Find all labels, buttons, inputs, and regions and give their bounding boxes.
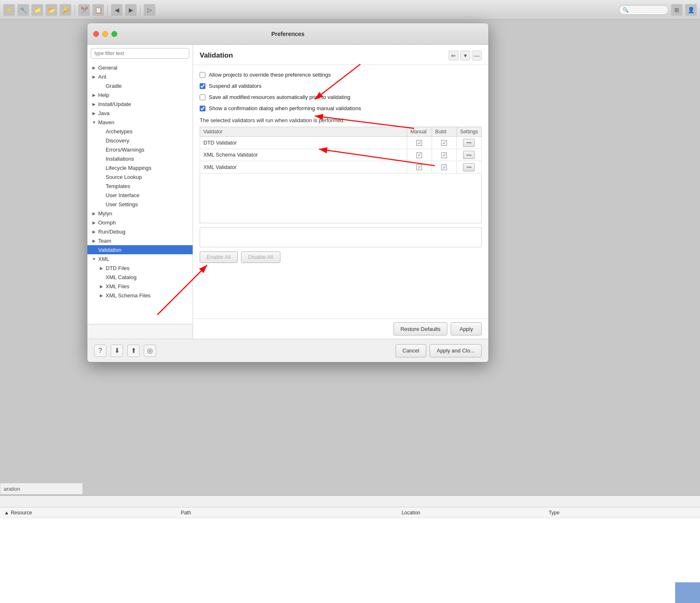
arrow-icon: ▶	[92, 220, 97, 225]
col-resource: ▲ Resource	[4, 510, 181, 516]
xml-manual-cell[interactable]: ✓	[407, 161, 432, 174]
cancel-button[interactable]: Cancel	[396, 344, 426, 357]
arrow-icon	[99, 138, 104, 143]
nav-back-button[interactable]: ⇐	[449, 51, 459, 60]
arrow-icon: ▼	[92, 120, 97, 125]
sidebar-item-archetypes[interactable]: Archetypes	[87, 127, 193, 136]
sidebar-item-errors-warnings[interactable]: Errors/Warnings	[87, 145, 193, 154]
preferences-sidebar: ▶ General ▶ Ant Gradle ▶ Help	[87, 45, 193, 339]
xml-schema-build-checkbox[interactable]: ✓	[441, 152, 447, 158]
disable-all-button[interactable]: Disable All	[241, 251, 280, 263]
allow-override-checkbox[interactable]	[200, 72, 205, 78]
arrow-icon	[99, 202, 104, 207]
dtd-build-cell[interactable]: ✓	[432, 137, 456, 149]
sidebar-item-mylyn[interactable]: ▶ Mylyn	[87, 209, 193, 218]
sidebar-item-ant[interactable]: ▶ Ant	[87, 72, 193, 81]
toolbar-icon-forward[interactable]: ▶	[125, 4, 137, 16]
minimize-button[interactable]	[102, 31, 108, 37]
traffic-lights	[93, 31, 117, 37]
maximize-button[interactable]	[111, 31, 117, 37]
sidebar-item-maven[interactable]: ▼ Maven	[87, 118, 193, 127]
apply-button[interactable]: Apply	[451, 322, 482, 335]
nav-close-button[interactable]: —	[472, 51, 482, 60]
problems-panel: ▲ Resource Path Location Type	[0, 495, 700, 603]
nav-menu-button[interactable]: ▾	[460, 51, 470, 60]
checkbox-save-modified-row: Save all modified resources automaticall…	[200, 94, 482, 100]
dtd-build-checkbox[interactable]: ✓	[441, 140, 447, 146]
sidebar-item-user-interface[interactable]: User Interface	[87, 191, 193, 200]
toolbar-icon-back[interactable]: ◀	[111, 4, 123, 16]
table-row: XML Schema Validator ✓ ✓	[200, 149, 482, 161]
sidebar-item-source-lookup[interactable]: Source Lookup	[87, 172, 193, 181]
toolbar-icon-5[interactable]: 🔑	[60, 4, 71, 16]
validator-name-xml-schema: XML Schema Validator	[200, 149, 407, 161]
sidebar-item-gradle[interactable]: Gradle	[87, 81, 193, 90]
toolbar-icon-4[interactable]: 📂	[46, 4, 57, 16]
sidebar-item-oomph[interactable]: ▶ Oomph	[87, 218, 193, 227]
sidebar-item-help[interactable]: ▶ Help	[87, 90, 193, 99]
export-button[interactable]: ⬆	[127, 345, 140, 357]
toolbar-icon-6[interactable]: ✂️	[78, 4, 90, 16]
arrow-icon: ▶	[92, 111, 97, 116]
filter-input[interactable]	[91, 48, 189, 59]
settings-button[interactable]: ◎	[144, 345, 156, 357]
toolbar-icon-2[interactable]: 🔧	[17, 4, 29, 16]
toolbar-sep-3	[140, 5, 140, 15]
restore-defaults-button[interactable]: Restore Defaults	[393, 322, 448, 335]
xml-build-checkbox[interactable]: ✓	[441, 164, 447, 170]
toolbar-icon-run[interactable]: ▷	[144, 4, 155, 16]
xml-manual-checkbox[interactable]: ✓	[416, 164, 422, 170]
checkbox-suspend-validators-row: Suspend all validators	[200, 83, 482, 89]
dtd-manual-cell[interactable]: ✓	[407, 137, 432, 149]
close-button[interactable]	[93, 31, 99, 37]
table-empty-area	[200, 174, 482, 223]
xml-schema-manual-checkbox[interactable]: ✓	[416, 152, 422, 158]
toolbar-icon-7[interactable]: 📋	[92, 4, 104, 16]
xml-schema-build-cell[interactable]: ✓	[432, 149, 456, 161]
sidebar-item-xml[interactable]: ▼ XML	[87, 254, 193, 263]
sidebar-item-xml-schema-files[interactable]: ▶ XML Schema Files	[87, 291, 193, 300]
sidebar-item-dtd-files[interactable]: ▶ DTD Files	[87, 263, 193, 273]
toolbar-icon-user[interactable]: 👤	[685, 4, 697, 16]
enable-all-button[interactable]: Enable All	[200, 251, 238, 263]
sidebar-item-java[interactable]: ▶ Java	[87, 109, 193, 118]
toolbar-icon-grid[interactable]: ⊞	[671, 4, 683, 16]
sidebar-item-lifecycle-mappings[interactable]: Lifecycle Mappings	[87, 163, 193, 172]
preferences-dialog: Preferences ▶ General ▶ Ant Grad	[87, 23, 489, 362]
sidebar-item-discovery[interactable]: Discovery	[87, 136, 193, 145]
arrow-icon: ▶	[92, 211, 97, 216]
sidebar-item-install-update[interactable]: ▶ Install/Update	[87, 99, 193, 109]
xml-build-cell[interactable]: ✓	[432, 161, 456, 174]
dtd-settings-button[interactable]	[463, 139, 475, 147]
sidebar-item-xml-catalog[interactable]: XML Catalog	[87, 273, 193, 282]
sidebar-item-general[interactable]: ▶ General	[87, 63, 193, 72]
suspend-validators-checkbox[interactable]	[200, 83, 205, 89]
apply-and-close-button[interactable]: Apply and Clo...	[430, 344, 482, 357]
sidebar-item-installations[interactable]: Installations	[87, 154, 193, 163]
xml-settings-cell[interactable]	[456, 161, 481, 174]
dtd-settings-cell[interactable]	[456, 137, 481, 149]
dialog-footer: ? ⬇ ⬆ ◎ Cancel Apply and Clo...	[87, 339, 488, 362]
footer-right-buttons: Cancel Apply and Clo...	[396, 344, 482, 357]
content-footer: Restore Defaults Apply	[193, 318, 488, 339]
sidebar-item-run-debug[interactable]: ▶ Run/Debug	[87, 227, 193, 236]
help-button[interactable]: ?	[94, 345, 106, 357]
save-modified-checkbox[interactable]	[200, 94, 205, 100]
xml-settings-button[interactable]	[463, 163, 475, 171]
toolbar-search[interactable]: 🔍	[619, 5, 669, 15]
sidebar-item-team[interactable]: ▶ Team	[87, 236, 193, 245]
xml-schema-settings-button[interactable]	[463, 151, 475, 159]
sidebar-item-templates[interactable]: Templates	[87, 181, 193, 191]
arrow-icon: ▶	[92, 65, 97, 70]
dtd-manual-checkbox[interactable]: ✓	[416, 140, 422, 146]
xml-schema-manual-cell[interactable]: ✓	[407, 149, 432, 161]
text-area-box[interactable]	[200, 227, 482, 247]
sidebar-item-xml-files[interactable]: ▶ XML Files	[87, 282, 193, 291]
sidebar-item-validation[interactable]: Validation	[87, 245, 193, 254]
toolbar-icon-1[interactable]: ⚡	[3, 4, 15, 16]
xml-schema-settings-cell[interactable]	[456, 149, 481, 161]
sidebar-item-user-settings[interactable]: User Settings	[87, 200, 193, 209]
toolbar-icon-3[interactable]: 📁	[31, 4, 43, 16]
import-button[interactable]: ⬇	[111, 345, 123, 357]
show-confirmation-checkbox[interactable]	[200, 106, 205, 111]
